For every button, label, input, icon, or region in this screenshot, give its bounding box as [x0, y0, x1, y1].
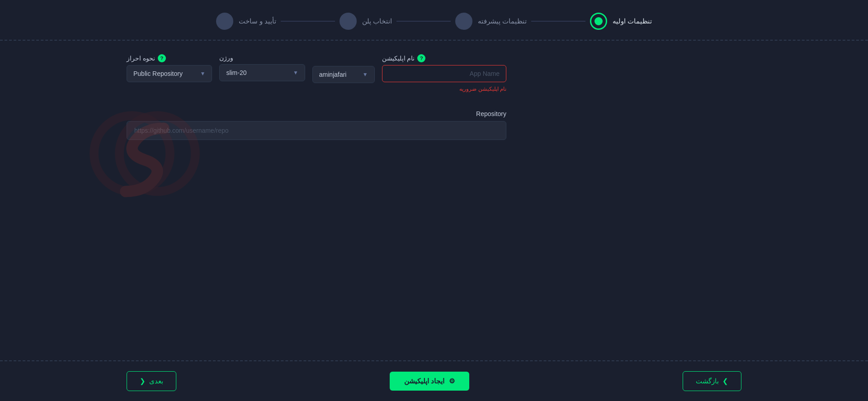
right-fields: ? نام اپلیکیشن نام اپلیکیشن ضروریه ▼ ami…	[127, 54, 506, 140]
version-dropdown[interactable]: ▼ 20-slim	[219, 64, 305, 81]
page-wrapper: تنظیمات اولیه تنظیمات پیشرفته انتخاب پلن…	[0, 0, 868, 401]
step-item-advanced: تنظیمات پیشرفته	[455, 13, 527, 30]
repo-type-label: ? نحوه احراز	[127, 54, 212, 62]
step-circle-confirm	[216, 13, 233, 30]
form-row: ? نام اپلیکیشن نام اپلیکیشن ضروریه ▼ ami…	[127, 54, 741, 140]
next-label: بعدی	[149, 377, 163, 385]
step-label-advanced: تنظیمات پیشرفته	[478, 17, 527, 25]
footer: ❯ بازگشت ⚙ ایجاد اپلیکیشن بعدی ❮	[0, 360, 868, 401]
version-field-group: ورژن ▼ 20-slim	[219, 54, 305, 81]
app-name-input[interactable]	[382, 65, 506, 82]
step-circle-advanced	[455, 13, 472, 30]
user-field-group: ▼ aminjafari	[312, 66, 375, 83]
step-connector-3	[281, 21, 335, 22]
back-chevron-icon: ❯	[722, 377, 728, 385]
step-circle-initial	[590, 13, 607, 30]
main-content: ? نام اپلیکیشن نام اپلیکیشن ضروریه ▼ ami…	[0, 41, 868, 360]
step-connector-1	[531, 21, 585, 22]
stepper: تنظیمات اولیه تنظیمات پیشرفته انتخاب پلن…	[0, 0, 868, 40]
step-label-confirm: تأیید و ساخت	[239, 17, 276, 25]
step-item-plan: انتخاب پلن	[340, 13, 392, 30]
user-value: aminjafari	[319, 71, 347, 78]
repo-type-chevron-icon: ▼	[200, 70, 206, 77]
create-app-button[interactable]: ⚙ ایجاد اپلیکیشن	[390, 372, 469, 391]
app-name-help-icon[interactable]: ?	[417, 54, 425, 62]
user-dropdown[interactable]: ▼ aminjafari	[312, 66, 375, 83]
step-circle-plan	[340, 13, 357, 30]
repo-type-help-icon[interactable]: ?	[158, 54, 166, 62]
version-label: ورژن	[219, 54, 305, 61]
step-item-confirm: تأیید و ساخت	[216, 13, 276, 30]
create-label: ایجاد اپلیکیشن	[404, 377, 444, 385]
repository-section: Repository	[127, 110, 506, 140]
next-button[interactable]: بعدی ❮	[127, 371, 176, 391]
repository-label: Repository	[127, 110, 506, 117]
repo-type-dropdown[interactable]: ▼ Public Repository	[127, 65, 212, 82]
app-name-label: ? نام اپلیکیشن	[382, 54, 506, 62]
top-fields-row: ? نام اپلیکیشن نام اپلیکیشن ضروریه ▼ ami…	[127, 54, 506, 92]
version-chevron-icon: ▼	[293, 70, 298, 76]
step-connector-2	[396, 21, 451, 22]
next-chevron-icon: ❮	[140, 377, 146, 385]
back-button[interactable]: ❯ بازگشت	[683, 371, 741, 391]
repository-input[interactable]	[127, 121, 506, 140]
step-label-plan: انتخاب پلن	[362, 17, 392, 25]
back-label: بازگشت	[696, 377, 719, 385]
app-name-error: نام اپلیکیشن ضروریه	[382, 86, 506, 92]
gear-icon: ⚙	[449, 377, 455, 385]
version-value: 20-slim	[226, 69, 246, 76]
footer-actions: ❯ بازگشت ⚙ ایجاد اپلیکیشن بعدی ❮	[0, 361, 868, 401]
repo-type-value: Public Repository	[133, 70, 183, 77]
repo-type-field-group: ? نحوه احراز ▼ Public Repository	[127, 54, 212, 82]
step-label-initial: تنظیمات اولیه	[613, 17, 652, 25]
app-name-field-group: ? نام اپلیکیشن نام اپلیکیشن ضروریه	[382, 54, 506, 92]
step-item-initial: تنظیمات اولیه	[590, 13, 652, 30]
user-chevron-icon: ▼	[363, 71, 368, 78]
